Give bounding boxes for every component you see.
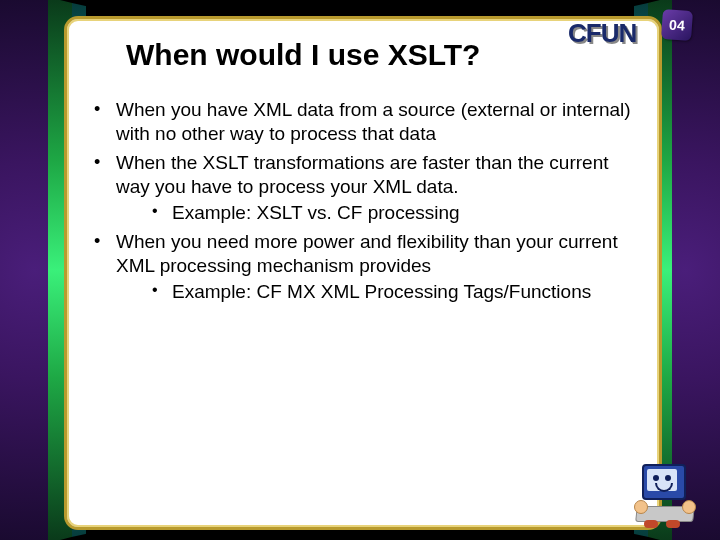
- logo-badge: 04: [661, 9, 693, 41]
- slide-canvas: CFUN CFUN 04 When would I use XSLT? When…: [0, 0, 720, 540]
- mascot-icon: [636, 458, 702, 524]
- list-item: When you have XML data from a source (ex…: [88, 98, 636, 147]
- bullet-text: When you have XML data from a source (ex…: [116, 99, 631, 144]
- sub-bullet-list: Example: XSLT vs. CF processing: [150, 201, 636, 225]
- bullet-list: When you have XML data from a source (ex…: [88, 98, 636, 305]
- list-item: Example: CF MX XML Processing Tags/Funct…: [150, 280, 636, 304]
- bullet-text: When you need more power and flexibility…: [116, 231, 618, 276]
- bullet-text: When the XSLT transformations are faster…: [116, 152, 609, 197]
- sub-bullet-text: Example: XSLT vs. CF processing: [172, 202, 460, 223]
- sub-bullet-text: Example: CF MX XML Processing Tags/Funct…: [172, 281, 591, 302]
- list-item: When you need more power and flexibility…: [88, 230, 636, 305]
- slide-content: When would I use XSLT? When you have XML…: [86, 30, 636, 500]
- list-item: When the XSLT transformations are faster…: [88, 151, 636, 226]
- sub-bullet-list: Example: CF MX XML Processing Tags/Funct…: [150, 280, 636, 304]
- slide-title: When would I use XSLT?: [126, 38, 636, 72]
- list-item: Example: XSLT vs. CF processing: [150, 201, 636, 225]
- deco-left: [0, 0, 70, 540]
